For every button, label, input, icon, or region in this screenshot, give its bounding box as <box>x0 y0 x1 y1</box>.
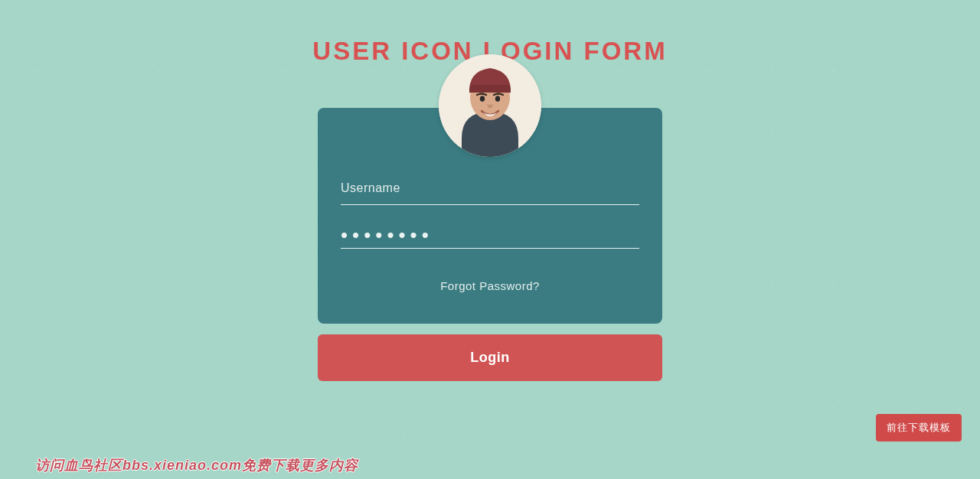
watermark-text: 访问血鸟社区bbs.xieniao.com免费下载更多内容 <box>35 456 358 474</box>
forgot-password-link[interactable]: Forgot Password? <box>440 279 540 292</box>
avatar <box>439 54 541 157</box>
password-row[interactable]: •••••••• <box>341 220 639 249</box>
username-row <box>341 175 639 205</box>
svg-point-2 <box>480 96 485 102</box>
login-button[interactable]: Login <box>318 334 662 381</box>
login-form: •••••••• Forgot Password? Login <box>318 108 662 381</box>
password-input[interactable]: •••••••• <box>341 220 639 248</box>
download-template-button[interactable]: 前往下载模板 <box>876 414 962 442</box>
user-avatar-icon <box>439 54 541 157</box>
username-input[interactable] <box>341 175 639 204</box>
svg-point-3 <box>495 96 500 102</box>
